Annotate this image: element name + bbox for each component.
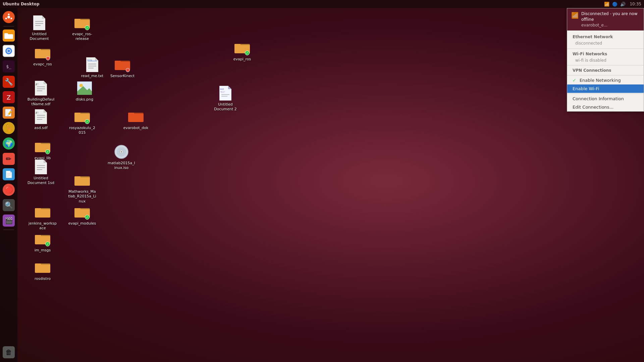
clock: 10:35: [630, 2, 641, 6]
desktop-icon-jenkins-workspace[interactable]: jenkins_workspace: [28, 204, 58, 231]
wifi-offline-icon: 📶: [571, 12, 579, 19]
desktop-icon-untitled-doc2[interactable]: BDP *PGC* Untitled Document 2: [210, 85, 240, 112]
evapc-ros-release-badge-check: ✓: [85, 25, 90, 30]
edit-connections-label: Edit Connections...: [573, 105, 613, 110]
untitled-doc-1sd-img: [33, 159, 49, 175]
svg-rect-80: [74, 208, 80, 210]
desktop-icon-mathworks[interactable]: Mathworks_Matlab_R2015a_Linux: [67, 172, 97, 204]
dock-freecad[interactable]: 🔧: [2, 75, 16, 89]
read-me-label: read_me.txt: [80, 73, 104, 79]
network-notification: 📶 Disconnected - you are now offlineevar…: [567, 8, 644, 31]
dock-magnifier[interactable]: 🔍: [2, 198, 16, 212]
desktop-icon-disks-png[interactable]: disks.png: [69, 80, 100, 102]
matlab-iso-label: matlab2015a_linux.iso: [106, 161, 137, 171]
dock-writer[interactable]: 📄: [2, 167, 16, 181]
desktop-icon-evapi-ros[interactable]: ✓evapi_ros: [227, 40, 257, 62]
wifi-section: Wi-Fi Networks: [567, 50, 644, 58]
dock-giraffe[interactable]: 🦒: [2, 121, 16, 135]
evapc-ros-badge-dot: [46, 56, 50, 60]
app-red-icon: 🔴: [3, 184, 15, 196]
desktop-icon-evarobot-dok[interactable]: evarobot_dok: [121, 109, 151, 131]
evapi-modules-img: ✓: [74, 204, 90, 220]
inkscape-icon: ✏️: [3, 153, 15, 165]
svg-point-8: [7, 50, 10, 52]
im-msgs-label: im_msgs: [34, 248, 52, 253]
svg-text:#!: #!: [36, 112, 39, 115]
edit-connections-item[interactable]: Edit Connections...: [567, 103, 644, 111]
desktop-icon-read-me[interactable]: http read_me.txt: [77, 57, 107, 79]
jenkins-workspace-img: [35, 204, 51, 220]
desktop-icon-matlab-iso[interactable]: matlab2015a_linux.iso: [106, 144, 137, 171]
connection-info-label: Connection Information: [573, 96, 624, 101]
ethernet-label: Ethernet Network: [567, 33, 644, 41]
svg-rect-83: [35, 235, 41, 237]
wifi-disabled-item: wi-fi is disabled: [567, 58, 644, 64]
dock-app-red[interactable]: 🔴: [2, 183, 16, 197]
enable-networking-item[interactable]: ✓ Enable Networking: [567, 76, 644, 84]
connection-info-item[interactable]: Connection Information: [567, 95, 644, 103]
svg-text:*PGC*: *PGC*: [220, 91, 225, 93]
evarobot-dok-label: evarobot_dok: [122, 125, 150, 131]
dock-video[interactable]: 🎬: [2, 214, 16, 228]
asd-sdf-label: asd.sdf: [33, 125, 49, 131]
dock-browser2[interactable]: 🌍: [2, 136, 16, 150]
rosyazokulu-2015-img: ✓: [74, 109, 90, 125]
volume-icon[interactable]: 🔊: [620, 2, 626, 7]
dock-terminal[interactable]: $_: [2, 59, 16, 73]
enable-wifi-item[interactable]: Enable Wi-Fi: [567, 84, 644, 93]
desktop-icon-sensor-kinect[interactable]: SensorKinect: [107, 57, 138, 79]
ethernet-status: disconnected: [567, 41, 644, 47]
desktop-icon-im-msgs[interactable]: ✓im_msgs: [28, 231, 58, 253]
svg-rect-16: [74, 19, 80, 21]
im-msgs-badge-check: ✓: [45, 242, 50, 246]
svg-rect-59: [128, 113, 134, 115]
svg-point-1: [8, 14, 10, 15]
desktop-icon-evapc-ros-release[interactable]: ✓evapc_ros-release: [67, 15, 97, 42]
dock-inkscape[interactable]: ✏️: [2, 152, 16, 166]
desktop-icon-rosyazokulu-2015[interactable]: ✓rosyazokulu_2015: [67, 109, 97, 136]
untitled-doc-label: Untitled Document: [24, 32, 54, 42]
dock-files[interactable]: [2, 28, 16, 43]
desktop-icon-evapc-ros[interactable]: evapc_ros: [28, 45, 58, 67]
signal-icon[interactable]: 📶: [604, 2, 609, 7]
svg-text:BDP: BDP: [220, 88, 224, 90]
svg-marker-43: [228, 86, 231, 89]
desktop-icon-evapi-modules[interactable]: ✓evapi_modules: [67, 204, 97, 226]
dock-divider-2: [3, 230, 14, 230]
network-dropdown: 📶 Disconnected - you are now offlineevar…: [567, 8, 644, 112]
building-default-img: #!: [33, 80, 49, 96]
evapc-ros-release-label: evapc_ros-release: [67, 32, 97, 42]
disks-png-img: [76, 80, 93, 96]
svg-rect-74: [74, 176, 80, 179]
desktop-icon-rosdistro[interactable]: rosdistro: [28, 259, 58, 282]
rosyazokulu-2015-label: rosyazokulu_2015: [67, 125, 97, 136]
untitled-doc2-img: BDP *PGC*: [217, 85, 233, 101]
dock-ubuntu-home[interactable]: [2, 10, 16, 24]
topbar-right: 📶 🔵 🔊 10:35: [604, 2, 641, 7]
untitled-doc-1sd-label: Untitled Document 1sd: [26, 176, 56, 186]
desktop-icon-untitled-doc[interactable]: Untitled Document: [24, 15, 54, 42]
dock-trash[interactable]: 🗑: [2, 345, 16, 359]
browser2-icon: 🌍: [3, 137, 15, 149]
dock-filezilla[interactable]: Z: [2, 90, 16, 104]
dock-chromium[interactable]: [2, 44, 16, 58]
desktop-icon-asd-sdf[interactable]: #! asd.sdf: [26, 109, 56, 131]
evapi-lib-img: ✓: [35, 139, 51, 155]
video-icon: 🎬: [3, 215, 15, 227]
desktop-icon-evapi-lib[interactable]: ✓evapi_lib: [28, 139, 58, 161]
bluetooth-icon[interactable]: 🔵: [612, 2, 618, 7]
svg-rect-22: [35, 49, 41, 51]
dock-typesetter[interactable]: 📝: [2, 106, 16, 120]
desktop-icon-building-default[interactable]: #! BuildingDefaultName.sdf: [26, 80, 56, 107]
svg-marker-24: [95, 57, 98, 61]
trash-icon: 🗑: [3, 346, 15, 358]
mathworks-img: [74, 172, 90, 188]
giraffe-icon: 🦒: [3, 122, 15, 134]
evapi-lib-badge-check: ✓: [45, 149, 50, 154]
unity-dock: $_ 🔧 Z 📝 🦒 🌍 ✏️ 📄 🔴 🔍 🎬 🗑: [0, 8, 17, 362]
sensor-kinect-img: [114, 57, 130, 73]
evapi-ros-badge-check: ✓: [245, 51, 250, 55]
evapi-ros-img: ✓: [234, 40, 250, 56]
topbar: Ubuntu Desktop 📶 🔵 🔊 10:35: [0, 0, 644, 8]
desktop-icon-untitled-doc-1sd[interactable]: Untitled Document 1sd: [26, 159, 56, 186]
